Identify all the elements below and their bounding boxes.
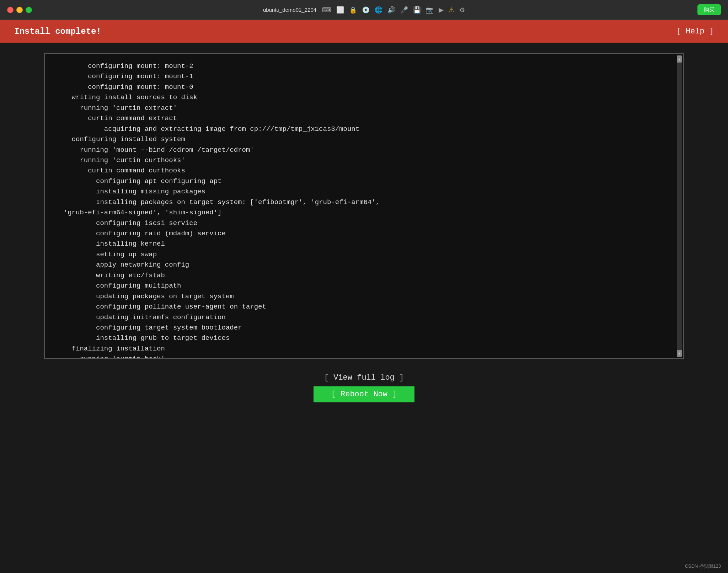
footer-text: CSDN @贺謝123 [685,563,721,569]
title-icons: ⌨ ⬜ 🔒 💿 🌐 🔊 🎤 💾 📷 ▶ ⚠ ⚙ [322,6,465,14]
reboot-button[interactable]: [ Reboot Now ] [314,386,415,402]
title-bar: ubuntu_demo01_2204 ⌨ ⬜ 🔒 💿 🌐 🔊 🎤 💾 📷 ▶ ⚠… [0,0,728,20]
maximize-button[interactable] [26,7,32,13]
install-title: Install complete! [14,27,101,36]
help-button[interactable]: [ Help ] [676,27,714,36]
terminal-box[interactable]: ▲ ▼ configuring mount: mount-2 configuri… [44,53,684,359]
keyboard-icon[interactable]: ⌨ [322,6,331,14]
buy-button[interactable]: 购买 [697,4,721,15]
speaker-icon[interactable]: 🔊 [387,6,395,14]
warning-icon[interactable]: ⚠ [449,6,454,14]
display-icon[interactable]: ⬜ [336,6,344,14]
scrollbar-top[interactable]: ▲ [677,55,682,63]
storage-icon[interactable]: 💾 [413,6,421,14]
minimize-button[interactable] [16,7,23,13]
terminal-content: configuring mount: mount-2 configuring m… [45,54,683,359]
main-content: ▲ ▼ configuring mount: mount-2 configuri… [0,43,728,573]
view-log-button[interactable]: [ View full log ] [324,373,404,382]
close-button[interactable] [7,7,14,13]
scrollbar[interactable]: ▲ ▼ [677,55,682,357]
settings-icon[interactable]: ⚙ [459,6,465,14]
globe-icon[interactable]: 🌐 [375,6,382,14]
camera-icon[interactable]: 📷 [426,6,434,14]
bottom-buttons: [ View full log ] [ Reboot Now ] [314,373,415,402]
lock-icon[interactable]: 🔒 [349,6,357,14]
title-bar-right: 购买 [697,4,721,15]
title-bar-center: ubuntu_demo01_2204 ⌨ ⬜ 🔒 💿 🌐 🔊 🎤 💾 📷 ▶ ⚠… [263,6,465,14]
title-bar-left [7,7,32,13]
scrollbar-bottom[interactable]: ▼ [677,350,682,357]
play-icon[interactable]: ▶ [439,6,444,14]
install-banner: Install complete! [ Help ] [0,20,728,43]
window-title: ubuntu_demo01_2204 [263,7,316,13]
traffic-lights [7,7,32,13]
cd-icon[interactable]: 💿 [362,6,370,14]
mic-icon[interactable]: 🎤 [400,6,408,14]
footer-credit: CSDN @贺謝123 [685,563,721,569]
